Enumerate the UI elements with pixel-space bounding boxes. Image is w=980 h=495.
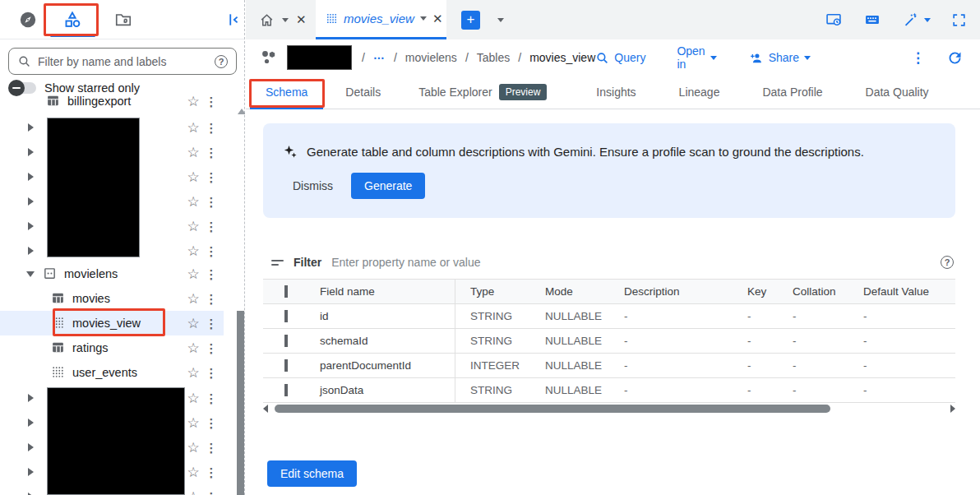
tab-data-quality[interactable]: Data Quality xyxy=(850,76,945,109)
expand-arrow-icon[interactable] xyxy=(28,123,34,132)
more-menu-icon[interactable]: ⋮ xyxy=(204,171,219,183)
sidebar-scrollbar[interactable] xyxy=(237,311,244,495)
filter-input[interactable] xyxy=(331,256,931,269)
scroll-right-arrow[interactable] xyxy=(950,405,955,413)
tab-lineage[interactable]: Lineage xyxy=(663,76,736,109)
more-menu-icon[interactable]: ⋮ xyxy=(204,392,219,405)
fullscreen-icon[interactable] xyxy=(951,12,967,28)
share-button[interactable]: Share xyxy=(748,51,811,65)
tree-item-clipped[interactable]: billingexport ☆ ⋮ xyxy=(0,92,224,113)
chevron-down-icon[interactable] xyxy=(924,18,931,22)
scrollbar-thumb[interactable] xyxy=(275,405,830,413)
star-icon[interactable]: ☆ xyxy=(183,95,204,109)
expand-arrow-icon[interactable] xyxy=(28,197,34,206)
star-icon[interactable]: ☆ xyxy=(183,195,204,209)
tab-schema[interactable]: Schema xyxy=(250,76,323,109)
star-icon[interactable]: ☆ xyxy=(183,366,204,380)
star-icon[interactable]: ☆ xyxy=(183,267,204,281)
breadcrumb-overflow[interactable]: ⋯ xyxy=(373,51,386,64)
star-icon[interactable]: ☆ xyxy=(183,441,204,455)
filter-help-icon[interactable]: ? xyxy=(941,256,954,269)
row-checkbox[interactable] xyxy=(284,335,288,347)
expand-arrow-icon[interactable] xyxy=(28,394,34,402)
more-menu-icon[interactable]: ⋮ xyxy=(204,367,219,379)
explorer-shapes-icon[interactable] xyxy=(62,10,82,30)
new-tab-button[interactable]: + xyxy=(461,11,480,30)
more-menu-icon[interactable]: ⋮ xyxy=(204,268,219,280)
star-icon[interactable]: ☆ xyxy=(183,220,204,234)
more-menu-icon[interactable]: ⋮ xyxy=(204,122,219,134)
expand-arrow-icon[interactable] xyxy=(28,443,34,451)
search-help-icon[interactable]: ? xyxy=(215,55,228,68)
more-menu-icon[interactable]: ⋮ xyxy=(204,417,219,429)
more-menu-icon[interactable]: ⋮ xyxy=(204,317,219,330)
sidebar-search[interactable]: ? xyxy=(8,48,237,75)
more-menu-icon[interactable]: ⋮ xyxy=(204,196,219,208)
more-menu-icon[interactable]: ⋮ xyxy=(204,466,219,479)
expand-arrow-icon[interactable] xyxy=(28,222,34,230)
scrollbar-track[interactable] xyxy=(270,405,948,413)
tree-item-movielens[interactable]: movielens ☆ ⋮ xyxy=(0,261,224,286)
more-menu-icon[interactable]: ⋮ xyxy=(204,146,219,159)
more-menu-icon[interactable]: ⋮ xyxy=(204,442,219,454)
more-menu-icon[interactable]: ⋮ xyxy=(204,491,219,495)
star-icon[interactable]: ☆ xyxy=(183,146,204,160)
tab-movies-view[interactable]: movies_view ✕ xyxy=(316,0,446,39)
chevron-down-icon[interactable] xyxy=(420,16,427,21)
more-menu-icon[interactable]: ⋮ xyxy=(204,293,219,305)
home-tab[interactable]: ✕ xyxy=(259,0,307,39)
expand-arrow-icon[interactable] xyxy=(28,468,34,476)
tab-overflow-chevron-icon[interactable] xyxy=(497,18,504,22)
star-icon[interactable]: ☆ xyxy=(183,244,204,258)
select-all-checkbox[interactable] xyxy=(284,285,288,298)
breadcrumb-dataset[interactable]: movielens xyxy=(405,51,457,64)
edit-schema-button[interactable]: Edit schema xyxy=(267,460,357,487)
collapse-panel-icon[interactable] xyxy=(224,10,243,30)
expand-arrow-icon[interactable] xyxy=(28,173,34,181)
magic-pen-icon[interactable] xyxy=(902,12,931,28)
tab-details[interactable]: Details xyxy=(330,76,396,109)
star-icon[interactable]: ☆ xyxy=(183,292,204,306)
query-button[interactable]: Query xyxy=(595,51,645,65)
scroll-left-arrow[interactable] xyxy=(263,405,268,413)
expand-arrow-icon[interactable] xyxy=(28,247,34,255)
tree-item-movies-view[interactable]: movies_view ☆ ⋮ xyxy=(0,311,224,335)
tab-table-explorer[interactable]: Table Explorer Preview xyxy=(403,76,562,109)
star-icon[interactable]: ☆ xyxy=(183,490,204,495)
star-icon[interactable]: ☆ xyxy=(183,416,204,430)
breadcrumb-tables[interactable]: Tables xyxy=(477,51,510,64)
expand-arrow-icon[interactable] xyxy=(28,148,34,156)
tree-item-movies[interactable]: movies ☆ ⋮ xyxy=(0,286,224,311)
compass-icon[interactable] xyxy=(18,10,38,30)
dismiss-button[interactable]: Dismiss xyxy=(283,174,343,197)
tab-insights[interactable]: Insights xyxy=(580,76,651,109)
star-icon[interactable]: ☆ xyxy=(183,391,204,405)
generate-button[interactable]: Generate xyxy=(351,173,425,199)
keyboard-icon[interactable] xyxy=(863,12,881,28)
more-menu-icon[interactable]: ⋮ xyxy=(204,220,219,233)
star-icon[interactable]: ☆ xyxy=(183,170,204,184)
collapse-arrow-icon[interactable] xyxy=(26,271,35,277)
more-actions-icon[interactable]: ⋮ xyxy=(911,49,925,67)
tree-item-user-events[interactable]: user_events ☆ ⋮ xyxy=(0,360,224,385)
star-icon[interactable]: ☆ xyxy=(183,465,204,479)
row-checkbox[interactable] xyxy=(284,359,288,372)
row-checkbox[interactable] xyxy=(284,310,288,322)
tree-item-ratings[interactable]: ratings ☆ ⋮ xyxy=(0,335,224,360)
cloud-shell-icon[interactable] xyxy=(825,12,843,28)
more-menu-icon[interactable]: ⋮ xyxy=(204,245,219,257)
star-icon[interactable]: ☆ xyxy=(183,121,204,135)
sidebar-filter-input[interactable] xyxy=(38,55,208,68)
more-menu-icon[interactable]: ⋮ xyxy=(204,342,219,354)
refresh-icon[interactable] xyxy=(946,49,964,67)
open-in-button[interactable]: Open in xyxy=(677,44,716,71)
chevron-down-icon[interactable] xyxy=(282,18,289,22)
scroll-up-arrow[interactable] xyxy=(238,109,245,114)
star-icon[interactable]: ☆ xyxy=(183,341,204,355)
close-icon[interactable]: ✕ xyxy=(432,12,443,26)
star-icon[interactable]: ☆ xyxy=(183,317,204,331)
close-icon[interactable]: ✕ xyxy=(296,12,307,27)
expand-arrow-icon[interactable] xyxy=(28,419,34,427)
more-menu-icon[interactable]: ⋮ xyxy=(204,95,219,108)
tab-data-profile[interactable]: Data Profile xyxy=(747,76,838,109)
